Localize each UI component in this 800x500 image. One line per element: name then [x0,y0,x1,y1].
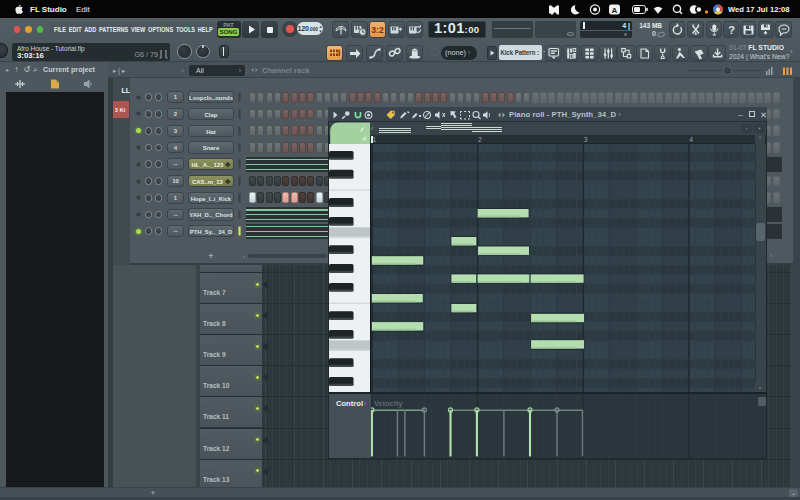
svg-text:A: A [612,6,618,15]
svg-text:?: ? [728,24,735,36]
svg-text:3:2: 3:2 [371,25,384,35]
